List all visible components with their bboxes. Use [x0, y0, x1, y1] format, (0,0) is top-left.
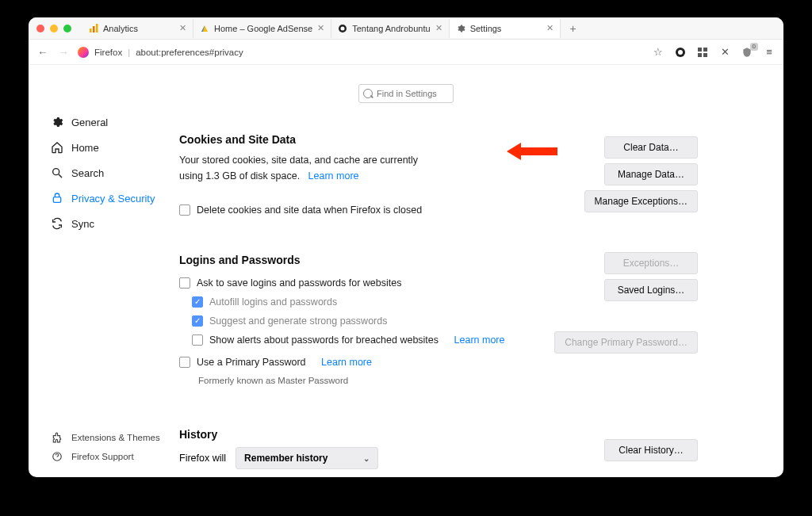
zoom-window-icon[interactable] — [63, 25, 71, 32]
saved-logins-button[interactable]: Saved Logins… — [604, 279, 698, 301]
address-prefix: Firefox — [94, 48, 122, 57]
suggest-checkbox[interactable] — [192, 315, 203, 327]
breach-checkbox[interactable] — [192, 334, 203, 346]
sidebar-extensions[interactable]: Extensions & Themes — [51, 428, 160, 447]
sidebar-item-label: Extensions & Themes — [71, 433, 160, 442]
sidebar-support[interactable]: Firefox Support — [51, 447, 160, 466]
cookies-learn-more[interactable]: Learn more — [308, 170, 359, 182]
suggest-label: Suggest and generate strong passwords — [209, 315, 387, 327]
address-url: about:preferences#privacy — [136, 48, 243, 57]
close-window-icon[interactable] — [36, 25, 44, 32]
shield-icon[interactable] — [741, 46, 753, 59]
tab-analytics[interactable]: Analytics ✕ — [82, 19, 193, 38]
sidebar-item-home[interactable]: Home — [51, 135, 171, 160]
login-exceptions-button[interactable]: Exceptions… — [604, 252, 698, 274]
window-controls[interactable] — [36, 25, 71, 32]
androbuntu-icon — [338, 24, 347, 33]
forward-button[interactable]: → — [57, 46, 70, 59]
tab-label: Settings — [470, 24, 502, 33]
svg-rect-10 — [703, 48, 707, 52]
analytics-icon — [89, 24, 98, 33]
back-button[interactable]: ← — [36, 46, 49, 59]
breach-learn-more[interactable]: Learn more — [454, 334, 505, 346]
sidebar-bottom: Extensions & Themes Firefox Support — [51, 428, 160, 466]
svg-rect-12 — [703, 53, 707, 57]
browser-window: Analytics ✕ Home – Google AdSense ✕ Tent… — [29, 17, 783, 477]
tab-label: Analytics — [103, 24, 138, 33]
breach-label: Show alerts about passwords for breached… — [209, 334, 439, 346]
tab-strip: Analytics ✕ Home – Google AdSense ✕ Tent… — [82, 19, 581, 38]
titlebar: Analytics ✕ Home – Google AdSense ✕ Tent… — [29, 17, 783, 40]
svg-rect-11 — [698, 53, 702, 57]
svg-rect-1 — [93, 26, 95, 32]
cookies-desc: Your stored cookies, site data, and cach… — [179, 152, 441, 184]
puzzle-icon — [51, 431, 63, 444]
svg-line-14 — [59, 174, 62, 178]
history-will-label: Firefox will — [179, 453, 226, 464]
primary-row: Use a Primary Password Learn more — [179, 357, 761, 368]
formerly-note: Formerly known as Master Password — [198, 376, 761, 385]
svg-rect-9 — [698, 48, 702, 52]
delete-on-close-label: Delete cookies and site data when Firefo… — [197, 204, 422, 216]
sidebar-item-label: Privacy & Security — [71, 193, 155, 204]
sidebar: General Home Search Privacy & Security S… — [29, 65, 171, 477]
star-icon[interactable]: ☆ — [652, 46, 665, 59]
minimize-window-icon[interactable] — [50, 25, 58, 32]
delete-on-close-checkbox[interactable] — [179, 204, 190, 216]
adsense-icon — [200, 24, 209, 33]
help-icon — [51, 450, 63, 463]
extension-icon[interactable] — [674, 46, 687, 59]
svg-rect-15 — [53, 197, 60, 203]
toolbar: ← → Firefox | about:preferences#privacy … — [29, 40, 783, 65]
clear-history-button[interactable]: Clear History… — [604, 439, 698, 461]
close-tab-icon[interactable]: ✕ — [317, 23, 324, 33]
address-bar[interactable]: Firefox | about:preferences#privacy — [78, 47, 243, 58]
tab-androbuntu[interactable]: Tentang Androbuntu ✕ — [331, 19, 449, 38]
sidebar-item-label: General — [71, 117, 108, 128]
new-tab-button[interactable]: + — [565, 22, 581, 35]
gear-icon — [456, 24, 465, 33]
autofill-label: Autofill logins and passwords — [209, 296, 337, 308]
main-panel: Cookies and Site Data Your stored cookie… — [171, 65, 783, 477]
chevron-down-icon: ⌄ — [363, 454, 370, 463]
history-mode-value: Remember history — [244, 453, 327, 464]
grid-icon[interactable] — [696, 46, 709, 59]
toolbar-actions: ☆ ✕ ≡ — [652, 46, 776, 59]
primary-learn-more[interactable]: Learn more — [321, 357, 372, 368]
manage-data-button[interactable]: Manage Data… — [604, 163, 698, 185]
tab-adsense[interactable]: Home – Google AdSense ✕ — [193, 19, 331, 38]
ask-save-checkbox[interactable] — [179, 277, 190, 289]
close-tab-icon[interactable]: ✕ — [179, 23, 186, 33]
history-mode-select[interactable]: Remember history ⌄ — [236, 447, 378, 469]
content: General Home Search Privacy & Security S… — [29, 65, 783, 477]
sidebar-item-privacy[interactable]: Privacy & Security — [51, 185, 171, 211]
cookies-buttons: Clear Data… Manage Data… Manage Exceptio… — [584, 136, 698, 212]
svg-point-6 — [341, 26, 345, 30]
home-icon — [51, 141, 63, 154]
sidebar-item-search[interactable]: Search — [51, 160, 171, 185]
clear-data-button[interactable]: Clear Data… — [604, 136, 698, 159]
ask-save-label: Ask to save logins and passwords for web… — [197, 277, 401, 289]
autofill-checkbox[interactable] — [192, 296, 203, 308]
sidebar-item-label: Home — [71, 142, 99, 154]
close-panel-icon[interactable]: ✕ — [718, 46, 731, 59]
primary-label: Use a Primary Password — [197, 357, 306, 368]
tab-settings[interactable]: Settings ✕ — [450, 19, 561, 38]
sidebar-item-label: Search — [71, 167, 104, 179]
firefox-icon — [78, 47, 89, 58]
manage-exceptions-button[interactable]: Manage Exceptions… — [584, 190, 698, 212]
sidebar-item-label: Sync — [71, 218, 94, 230]
suggest-row: Suggest and generate strong passwords — [192, 315, 761, 327]
gear-icon — [51, 116, 63, 128]
close-tab-icon[interactable]: ✕ — [435, 23, 442, 33]
change-primary-button[interactable]: Change Primary Password… — [554, 331, 698, 354]
close-tab-icon[interactable]: ✕ — [546, 23, 553, 33]
lock-icon — [51, 192, 63, 204]
sync-icon — [51, 217, 63, 230]
sidebar-item-sync[interactable]: Sync — [51, 211, 171, 236]
sidebar-item-general[interactable]: General — [51, 109, 171, 135]
primary-checkbox[interactable] — [179, 357, 190, 368]
svg-rect-2 — [96, 24, 98, 32]
menu-icon[interactable]: ≡ — [763, 46, 776, 59]
tab-label: Home – Google AdSense — [214, 24, 312, 33]
